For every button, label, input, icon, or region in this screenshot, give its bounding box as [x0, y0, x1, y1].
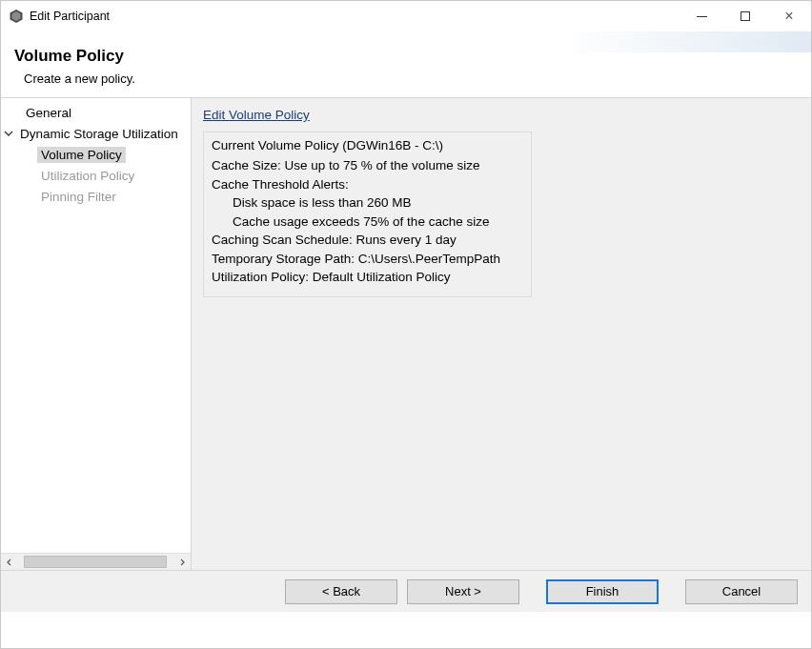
current-policy-box: Current Volume Policy (DGWin16B - C:\) C…	[203, 132, 532, 297]
back-button[interactable]: < Back	[285, 579, 397, 604]
minimize-button[interactable]	[680, 1, 723, 31]
nav-item-label: Utilization Policy	[37, 168, 138, 184]
window-title: Edit Participant	[30, 10, 110, 23]
cancel-button[interactable]: Cancel	[685, 579, 798, 604]
next-button[interactable]: Next >	[407, 579, 519, 604]
nav-item-label: Volume Policy	[37, 147, 126, 163]
finish-button[interactable]: Finish	[546, 579, 659, 604]
policy-threshold-a: Disk space is less than 260 MB	[212, 193, 523, 213]
policy-cache-size: Cache Size: Use up to 75 % of the volume…	[212, 156, 523, 175]
app-icon	[9, 9, 24, 24]
policy-lines: Cache Size: Use up to 75 % of the volume…	[212, 156, 523, 287]
chevron-down-icon[interactable]	[3, 128, 14, 139]
maximize-button[interactable]	[723, 1, 767, 31]
sidebar-horizontal-scrollbar[interactable]	[1, 553, 191, 570]
close-button[interactable]: ×	[767, 1, 811, 31]
nav-item-volume-policy[interactable]: Volume Policy	[1, 144, 191, 165]
nav-tree: General Dynamic Storage Utilization Volu…	[1, 98, 191, 553]
policy-scan-schedule: Caching Scan Schedule: Runs every 1 day	[212, 231, 523, 250]
minimize-icon	[697, 16, 707, 17]
nav-item-general[interactable]: General	[1, 102, 191, 123]
wizard-body: General Dynamic Storage Utilization Volu…	[1, 98, 811, 570]
policy-utilization-policy: Utilization Policy: Default Utilization …	[212, 268, 523, 287]
nav-item-label: Dynamic Storage Utilization	[16, 126, 182, 142]
content-pane: Edit Volume Policy Current Volume Policy…	[192, 98, 811, 570]
sidebar: General Dynamic Storage Utilization Volu…	[1, 98, 192, 570]
page-subtitle: Create a new policy.	[24, 71, 798, 86]
policy-threshold-b: Cache usage exceeds 75% of the cache siz…	[212, 213, 523, 232]
nav-item-label: Pinning Filter	[37, 189, 120, 205]
titlebar: Edit Participant ×	[1, 1, 811, 31]
policy-box-title: Current Volume Policy (DGWin16B - C:\)	[212, 138, 523, 152]
scroll-track[interactable]	[18, 554, 173, 571]
scroll-right-button[interactable]	[173, 554, 191, 571]
policy-temp-path: Temporary Storage Path: C:\Users\.PeerTe…	[212, 250, 523, 269]
nav-item-pinning-filter: Pinning Filter	[1, 186, 191, 207]
scroll-left-button[interactable]	[1, 554, 18, 571]
maximize-icon	[741, 11, 750, 21]
wizard-footer: < Back Next > Finish Cancel	[1, 570, 811, 612]
wizard-header: Volume Policy Create a new policy.	[1, 31, 811, 98]
nav-item-dynamic-storage[interactable]: Dynamic Storage Utilization	[1, 123, 191, 144]
nav-item-label: General	[22, 105, 75, 121]
close-icon: ×	[784, 9, 793, 24]
nav-item-utilization-policy: Utilization Policy	[1, 165, 191, 186]
policy-threshold-header: Cache Threshold Alerts:	[212, 175, 523, 194]
edit-volume-policy-link[interactable]: Edit Volume Policy	[203, 108, 310, 122]
scroll-thumb[interactable]	[24, 556, 167, 568]
page-title: Volume Policy	[14, 47, 798, 66]
